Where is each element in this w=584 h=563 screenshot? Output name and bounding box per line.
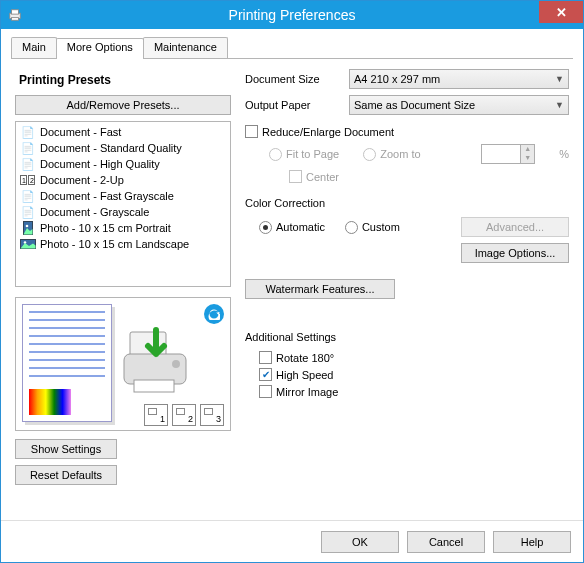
checkbox-box: ✔ bbox=[259, 368, 272, 381]
mirror-label: Mirror Image bbox=[276, 386, 338, 398]
thumb-1 bbox=[144, 404, 168, 426]
left-buttons: Show Settings Reset Defaults bbox=[15, 439, 231, 485]
document-size-combo[interactable]: A4 210 x 297 mm ▼ bbox=[349, 69, 569, 89]
preview-pane bbox=[15, 297, 231, 431]
sync-icon bbox=[204, 304, 224, 324]
printing-preferences-dialog: Printing Preferences ✕ Main More Options… bbox=[0, 0, 584, 563]
preset-label: Document - 2-Up bbox=[40, 174, 124, 186]
add-remove-presets-button[interactable]: Add/Remove Presets... bbox=[15, 95, 231, 115]
chevron-down-icon: ▼ bbox=[555, 100, 564, 110]
page-layout-thumbnails bbox=[144, 404, 224, 426]
color-custom-radio[interactable]: Custom bbox=[345, 221, 400, 234]
list-item[interactable]: Photo - 10 x 15 cm Portrait bbox=[18, 220, 228, 236]
doc-icon: 📄 bbox=[20, 141, 36, 155]
list-item[interactable]: 12Document - 2-Up bbox=[18, 172, 228, 188]
doc-gray-icon: 📄 bbox=[20, 205, 36, 219]
cancel-button[interactable]: Cancel bbox=[407, 531, 485, 553]
preset-label: Photo - 10 x 15 cm Portrait bbox=[40, 222, 171, 234]
watermark-row: Watermark Features... bbox=[245, 279, 569, 299]
show-settings-button[interactable]: Show Settings bbox=[15, 439, 117, 459]
tabstrip: Main More Options Maintenance bbox=[11, 37, 573, 59]
advanced-button: Advanced... bbox=[461, 217, 569, 237]
center-row: Center bbox=[245, 170, 569, 183]
list-item[interactable]: 📄Document - Fast bbox=[18, 124, 228, 140]
watermark-features-button[interactable]: Watermark Features... bbox=[245, 279, 395, 299]
preset-label: Document - Fast Grayscale bbox=[40, 190, 174, 202]
reduce-enlarge-label: Reduce/Enlarge Document bbox=[262, 126, 394, 138]
photo-portrait-icon bbox=[20, 221, 36, 235]
zoom-to-radio: Zoom to bbox=[363, 148, 420, 161]
dialog-footer: OK Cancel Help bbox=[1, 520, 583, 562]
spin-up-icon: ▲ bbox=[521, 145, 534, 154]
spin-down-icon: ▼ bbox=[521, 154, 534, 163]
color-correction-title: Color Correction bbox=[245, 197, 569, 209]
image-options-row: Image Options... bbox=[245, 243, 569, 263]
help-button[interactable]: Help bbox=[493, 531, 571, 553]
svg-point-8 bbox=[26, 225, 29, 228]
rotate-180-checkbox[interactable]: Rotate 180° bbox=[259, 351, 569, 364]
zoom-spinner: ▲▼ bbox=[481, 144, 535, 164]
checkbox-box bbox=[289, 170, 302, 183]
preset-label: Document - Standard Quality bbox=[40, 142, 182, 154]
automatic-label: Automatic bbox=[276, 221, 325, 233]
thumb-2 bbox=[172, 404, 196, 426]
titlebar: Printing Preferences ✕ bbox=[1, 1, 583, 29]
color-correction-row: Automatic Custom Advanced... bbox=[245, 217, 569, 237]
tab-more-options[interactable]: More Options bbox=[56, 38, 144, 59]
percent-label: % bbox=[559, 148, 569, 160]
window-title: Printing Preferences bbox=[1, 7, 583, 23]
svg-rect-13 bbox=[134, 380, 174, 392]
printer-image bbox=[118, 324, 198, 404]
checkbox-box bbox=[259, 351, 272, 364]
color-automatic-radio[interactable]: Automatic bbox=[259, 221, 325, 234]
svg-text:1: 1 bbox=[22, 177, 26, 184]
list-item[interactable]: 📄Document - Standard Quality bbox=[18, 140, 228, 156]
image-options-button[interactable]: Image Options... bbox=[461, 243, 569, 263]
checkbox-box bbox=[259, 385, 272, 398]
svg-point-14 bbox=[172, 360, 180, 368]
doc-icon: 📄 bbox=[20, 157, 36, 171]
reset-defaults-button[interactable]: Reset Defaults bbox=[15, 465, 117, 485]
list-item[interactable]: Photo - 10 x 15 cm Landscape bbox=[18, 236, 228, 252]
close-button[interactable]: ✕ bbox=[539, 1, 583, 23]
preset-label: Document - Fast bbox=[40, 126, 121, 138]
tab-maintenance[interactable]: Maintenance bbox=[143, 37, 228, 58]
fit-zoom-row: Fit to Page Zoom to ▲▼ % bbox=[245, 144, 569, 164]
chevron-down-icon: ▼ bbox=[555, 74, 564, 84]
list-item[interactable]: 📄Document - Grayscale bbox=[18, 204, 228, 220]
radio-circle bbox=[259, 221, 272, 234]
reduce-enlarge-checkbox[interactable]: Reduce/Enlarge Document bbox=[245, 125, 569, 138]
photo-landscape-icon bbox=[20, 237, 36, 251]
svg-text:2: 2 bbox=[30, 177, 34, 184]
output-paper-combo[interactable]: Same as Document Size ▼ bbox=[349, 95, 569, 115]
more-options-panel: Printing Presets Add/Remove Presets... 📄… bbox=[11, 59, 573, 489]
list-item[interactable]: 📄Document - High Quality bbox=[18, 156, 228, 172]
center-checkbox: Center bbox=[289, 170, 339, 183]
document-size-label: Document Size bbox=[245, 73, 341, 85]
center-label: Center bbox=[306, 171, 339, 183]
additional-settings-title: Additional Settings bbox=[245, 331, 569, 343]
custom-label: Custom bbox=[362, 221, 400, 233]
output-paper-row: Output Paper Same as Document Size ▼ bbox=[245, 95, 569, 115]
mirror-image-checkbox[interactable]: Mirror Image bbox=[259, 385, 569, 398]
document-size-row: Document Size A4 210 x 297 mm ▼ bbox=[245, 69, 569, 89]
rotate-label: Rotate 180° bbox=[276, 352, 334, 364]
zoom-label: Zoom to bbox=[380, 148, 420, 160]
output-paper-value: Same as Document Size bbox=[354, 99, 475, 111]
right-column: Document Size A4 210 x 297 mm ▼ Output P… bbox=[245, 69, 569, 485]
radio-circle bbox=[345, 221, 358, 234]
presets-list[interactable]: 📄Document - Fast 📄Document - Standard Qu… bbox=[15, 121, 231, 287]
highspeed-label: High Speed bbox=[276, 369, 334, 381]
checkbox-box bbox=[245, 125, 258, 138]
page-preview bbox=[22, 304, 112, 422]
ok-button[interactable]: OK bbox=[321, 531, 399, 553]
zoom-value bbox=[482, 145, 520, 163]
tab-main[interactable]: Main bbox=[11, 37, 57, 58]
high-speed-checkbox[interactable]: ✔High Speed bbox=[259, 368, 569, 381]
list-item[interactable]: 📄Document - Fast Grayscale bbox=[18, 188, 228, 204]
left-column: Printing Presets Add/Remove Presets... 📄… bbox=[15, 69, 231, 485]
doc-gray-icon: 📄 bbox=[20, 189, 36, 203]
thumb-3 bbox=[200, 404, 224, 426]
two-up-icon: 12 bbox=[20, 173, 36, 187]
fit-label: Fit to Page bbox=[286, 148, 339, 160]
